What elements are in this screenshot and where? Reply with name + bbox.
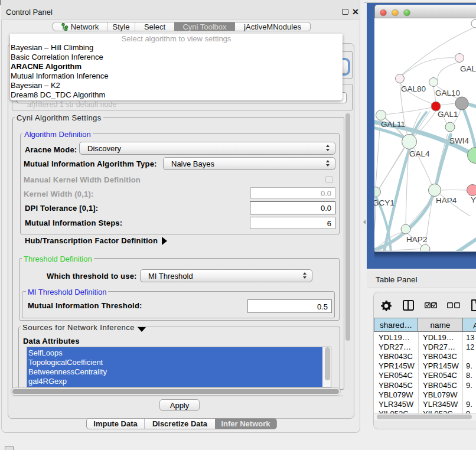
svg-text:HAP2: HAP2 <box>406 235 427 244</box>
svg-text:GAL10: GAL10 <box>435 89 460 97</box>
svg-text:GAL80: GAL80 <box>401 84 426 93</box>
svg-text:HAP4: HAP4 <box>436 196 457 205</box>
svg-text:GCY1: GCY1 <box>374 198 395 207</box>
svg-text:GAL1: GAL1 <box>438 110 458 119</box>
svg-text:SWI4: SWI4 <box>449 136 469 145</box>
svg-text:GAL11: GAL11 <box>381 120 405 129</box>
svg-text:Y: Y <box>471 195 476 204</box>
svg-text:GAL4: GAL4 <box>409 149 430 158</box>
svg-text:GAL7: GAL7 <box>460 64 476 73</box>
